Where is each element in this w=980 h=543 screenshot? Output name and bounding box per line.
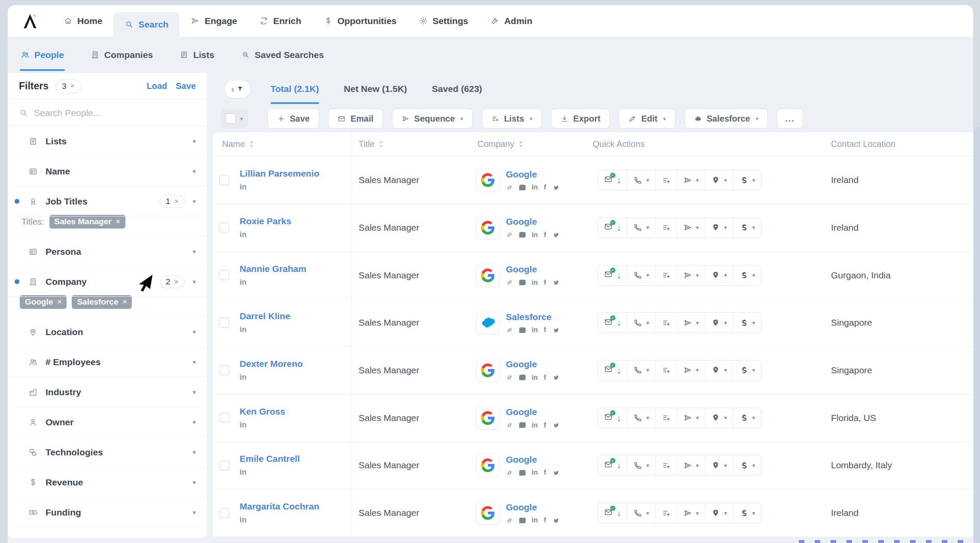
crm-action-button[interactable]: ▾ bbox=[733, 313, 761, 333]
filter-row[interactable]: # Employees ▾ bbox=[8, 347, 207, 377]
call-action-button[interactable]: ▾ bbox=[627, 218, 655, 238]
nav-item[interactable]: Settings bbox=[408, 5, 479, 37]
row-checkbox[interactable] bbox=[219, 175, 229, 185]
filter-row[interactable]: Location ▾ bbox=[8, 317, 207, 347]
filter-row[interactable]: Revenue ▾ bbox=[8, 467, 207, 497]
sequence-action-button[interactable]: ▾ bbox=[677, 360, 705, 380]
email-action-button[interactable]: ✓ ↓ bbox=[598, 503, 627, 523]
company-link[interactable]: Salesforce bbox=[506, 312, 560, 322]
company-link[interactable]: Google bbox=[506, 502, 560, 512]
linkedin-icon[interactable]: in bbox=[240, 516, 351, 525]
add-to-list-action-button[interactable] bbox=[655, 408, 677, 428]
email-action-button[interactable]: ✓ ↓ bbox=[598, 455, 627, 475]
crm-action-button[interactable]: ▾ bbox=[733, 360, 761, 380]
column-header-name[interactable]: Name bbox=[213, 132, 351, 156]
verify-action-button[interactable]: ▾ bbox=[705, 455, 733, 475]
company-link[interactable]: Google bbox=[506, 264, 560, 275]
verify-action-button[interactable]: ▾ bbox=[705, 503, 733, 523]
row-checkbox[interactable] bbox=[219, 318, 229, 328]
twitter-icon[interactable] bbox=[552, 279, 560, 286]
linkedin-icon[interactable]: in bbox=[240, 373, 351, 382]
facebook-icon[interactable]: f bbox=[544, 517, 546, 524]
linkedin-icon[interactable]: in bbox=[532, 374, 538, 381]
twitter-icon[interactable] bbox=[552, 326, 560, 334]
select-all-checkbox[interactable] bbox=[225, 113, 236, 124]
company-link[interactable]: Google bbox=[506, 455, 560, 465]
filter-row[interactable]: Funding ▾ bbox=[8, 497, 207, 528]
website-link-icon[interactable] bbox=[506, 184, 513, 191]
crunchbase-icon[interactable] bbox=[519, 280, 526, 285]
sort-icon[interactable] bbox=[378, 140, 384, 148]
sequence-action-button[interactable]: ▾ bbox=[677, 218, 705, 238]
crm-action-button[interactable]: ▾ bbox=[733, 503, 761, 523]
crunchbase-icon[interactable] bbox=[519, 518, 526, 523]
toolbar-button[interactable]: Export bbox=[551, 109, 610, 128]
section-tab[interactable]: Lists bbox=[180, 37, 214, 73]
linkedin-icon[interactable]: in bbox=[240, 468, 351, 477]
row-checkbox[interactable] bbox=[219, 413, 229, 423]
website-link-icon[interactable] bbox=[506, 374, 513, 381]
remove-chip-icon[interactable]: × bbox=[123, 298, 127, 306]
sequence-action-button[interactable]: ▾ bbox=[677, 313, 705, 333]
filter-row[interactable]: Name ▾ bbox=[8, 156, 207, 186]
linkedin-icon[interactable]: in bbox=[532, 184, 538, 191]
website-link-icon[interactable] bbox=[506, 517, 513, 524]
person-name-link[interactable]: Margarita Cochran bbox=[240, 501, 351, 512]
row-checkbox[interactable] bbox=[219, 508, 229, 518]
toolbar-button[interactable]: Sequence ▾ bbox=[392, 109, 473, 128]
results-tab[interactable]: Total (2.1K) bbox=[271, 73, 319, 105]
crm-action-button[interactable]: ▾ bbox=[733, 408, 761, 428]
nav-item[interactable]: Home bbox=[52, 5, 113, 37]
remove-chip-icon[interactable]: × bbox=[116, 217, 120, 226]
company-link[interactable]: Google bbox=[506, 217, 560, 227]
row-checkbox[interactable] bbox=[219, 223, 229, 232]
crm-action-button[interactable]: ▾ bbox=[733, 265, 761, 285]
filters-count-badge[interactable]: 3 × bbox=[55, 79, 81, 93]
search-people-input[interactable] bbox=[34, 108, 196, 118]
toolbar-button[interactable]: Save bbox=[268, 109, 320, 128]
facebook-icon[interactable]: f bbox=[544, 374, 546, 381]
person-name-link[interactable]: Roxie Parks bbox=[240, 216, 351, 226]
crunchbase-icon[interactable] bbox=[519, 185, 526, 190]
person-name-link[interactable]: Dexter Moreno bbox=[240, 359, 351, 369]
toolbar-button[interactable]: Salesforce ▾ bbox=[685, 109, 768, 128]
filter-row[interactable]: Company 2 × ▾ bbox=[8, 267, 207, 297]
website-link-icon[interactable] bbox=[506, 421, 513, 429]
linkedin-icon[interactable]: in bbox=[532, 279, 538, 286]
verify-action-button[interactable]: ▾ bbox=[705, 408, 733, 428]
facebook-icon[interactable]: f bbox=[544, 469, 546, 476]
person-name-link[interactable]: Darrel Kline bbox=[240, 311, 351, 321]
person-name-link[interactable]: Emile Cantrell bbox=[240, 454, 351, 464]
nav-item[interactable]: Opportunities bbox=[313, 5, 408, 37]
verify-action-button[interactable]: ▾ bbox=[705, 313, 733, 333]
email-action-button[interactable]: ✓ ↓ bbox=[598, 170, 627, 190]
add-to-list-action-button[interactable] bbox=[655, 313, 677, 333]
nav-item[interactable]: Search bbox=[113, 12, 180, 37]
column-header-company[interactable]: Company bbox=[470, 132, 585, 156]
twitter-icon[interactable] bbox=[552, 469, 560, 476]
company-link[interactable]: Google bbox=[506, 169, 560, 180]
filter-chip[interactable]: Salesforce× bbox=[72, 295, 132, 309]
filter-row[interactable]: Lists ▾ bbox=[8, 126, 207, 156]
section-tab[interactable]: Saved Searches bbox=[241, 37, 324, 73]
add-to-list-action-button[interactable] bbox=[655, 265, 677, 285]
page-scrollbar[interactable] bbox=[974, 127, 980, 543]
call-action-button[interactable]: ▾ bbox=[627, 455, 655, 475]
facebook-icon[interactable]: f bbox=[544, 422, 546, 429]
email-action-button[interactable]: ✓ ↓ bbox=[598, 408, 627, 428]
sequence-action-button[interactable]: ▾ bbox=[677, 455, 705, 475]
twitter-icon[interactable] bbox=[552, 517, 560, 524]
website-link-icon[interactable] bbox=[506, 231, 513, 238]
filter-row[interactable]: Persona ▾ bbox=[8, 237, 207, 267]
website-link-icon[interactable] bbox=[506, 469, 513, 476]
company-link[interactable]: Google bbox=[506, 407, 560, 417]
add-to-list-action-button[interactable] bbox=[655, 218, 677, 238]
linkedin-icon[interactable]: in bbox=[240, 421, 351, 430]
facebook-icon[interactable]: f bbox=[544, 232, 546, 238]
call-action-button[interactable]: ▾ bbox=[627, 408, 655, 428]
facebook-icon[interactable]: f bbox=[544, 279, 546, 286]
linkedin-icon[interactable]: in bbox=[240, 325, 351, 334]
filter-count-badge[interactable]: 2 × bbox=[160, 275, 185, 288]
website-link-icon[interactable] bbox=[506, 279, 513, 286]
twitter-icon[interactable] bbox=[552, 374, 560, 381]
